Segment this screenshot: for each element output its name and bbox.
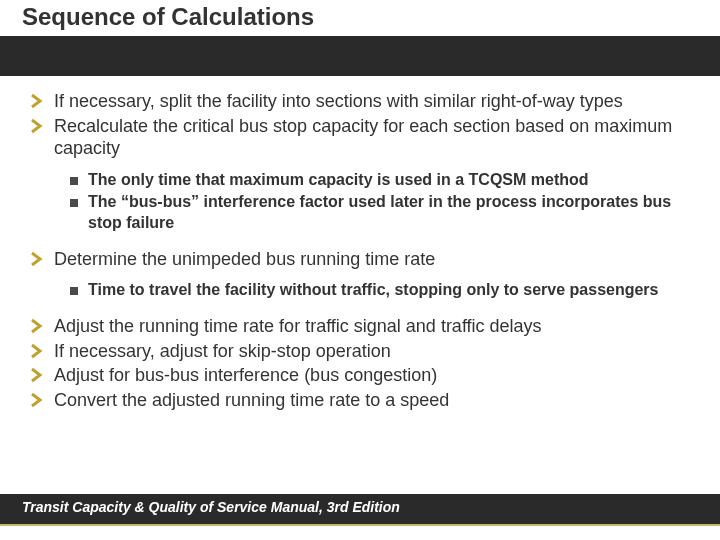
chevron-icon — [30, 318, 48, 334]
footer-text: Transit Capacity & Quality of Service Ma… — [22, 499, 400, 515]
list-item: Adjust for bus-bus interference (bus con… — [30, 364, 690, 387]
chevron-icon — [30, 251, 48, 267]
chevron-icon — [30, 93, 48, 109]
list-item: Recalculate the critical bus stop capaci… — [30, 115, 690, 160]
chevron-icon — [30, 367, 48, 383]
square-bullet-icon — [70, 199, 78, 207]
title-bar: Sequence of Calculations — [0, 0, 720, 76]
bullet-text: Adjust the running time rate for traffic… — [54, 315, 542, 338]
slide-title: Sequence of Calculations — [22, 3, 314, 31]
content-area: If necessary, split the facility into se… — [30, 88, 690, 413]
square-bullet-icon — [70, 287, 78, 295]
list-item: The only time that maximum capacity is u… — [70, 170, 690, 191]
sub-bullet-text: Time to travel the facility without traf… — [88, 280, 659, 301]
chevron-icon — [30, 118, 48, 134]
square-bullet-icon — [70, 177, 78, 185]
sub-bullet-text: The “bus-bus” interference factor used l… — [88, 192, 690, 234]
sub-bullet-text: The only time that maximum capacity is u… — [88, 170, 589, 191]
list-item: If necessary, split the facility into se… — [30, 90, 690, 113]
footer-bar: Transit Capacity & Quality of Service Ma… — [0, 494, 720, 540]
bullet-text: If necessary, split the facility into se… — [54, 90, 623, 113]
list-item: Convert the adjusted running time rate t… — [30, 389, 690, 412]
bullet-text: If necessary, adjust for skip-stop opera… — [54, 340, 391, 363]
list-item: The “bus-bus” interference factor used l… — [70, 192, 690, 234]
list-item: Time to travel the facility without traf… — [70, 280, 690, 301]
slide: Sequence of Calculations If necessary, s… — [0, 0, 720, 540]
list-item: Adjust the running time rate for traffic… — [30, 315, 690, 338]
list-item: Determine the unimpeded bus running time… — [30, 248, 690, 271]
list-item: If necessary, adjust for skip-stop opera… — [30, 340, 690, 363]
chevron-icon — [30, 343, 48, 359]
chevron-icon — [30, 392, 48, 408]
bullet-text: Determine the unimpeded bus running time… — [54, 248, 435, 271]
bullet-text: Adjust for bus-bus interference (bus con… — [54, 364, 437, 387]
bullet-text: Convert the adjusted running time rate t… — [54, 389, 449, 412]
bullet-text: Recalculate the critical bus stop capaci… — [54, 115, 690, 160]
